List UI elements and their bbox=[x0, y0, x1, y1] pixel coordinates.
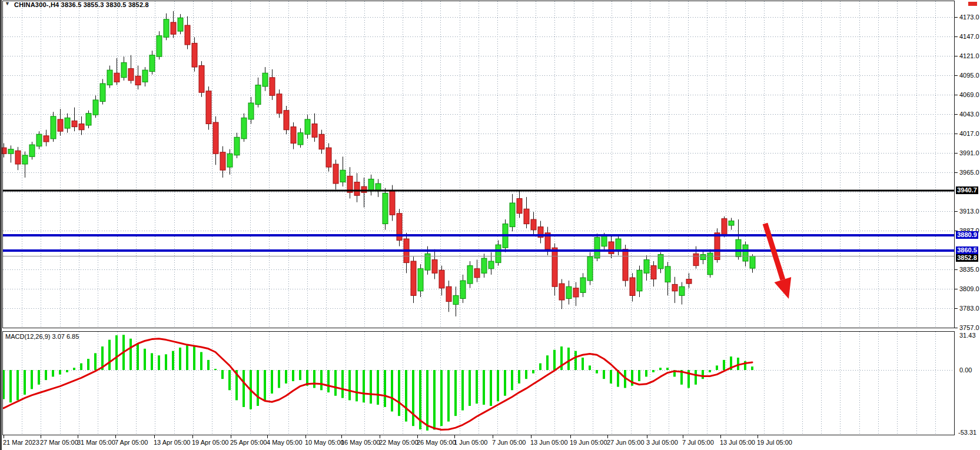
candle bbox=[206, 91, 211, 124]
candle bbox=[510, 203, 515, 227]
price-axis-label: 3913.0 bbox=[959, 208, 979, 215]
macd-hist-bar bbox=[412, 370, 414, 426]
candle bbox=[319, 134, 324, 149]
macd-hist-bar bbox=[144, 349, 146, 370]
time-axis-label: 7 Jul 05:00 bbox=[682, 439, 714, 446]
time-axis-label: 3 Jul 05:00 bbox=[646, 439, 678, 446]
macd-hist-bar bbox=[327, 370, 330, 392]
candle bbox=[157, 36, 162, 56]
macd-hist-bar bbox=[659, 368, 662, 370]
candle bbox=[298, 133, 303, 145]
macd-hist-bar bbox=[348, 370, 351, 400]
candle bbox=[609, 242, 614, 254]
macd-hist-bar bbox=[115, 335, 118, 370]
macd-hist-bar bbox=[695, 370, 697, 385]
macd-hist-bar bbox=[702, 370, 704, 379]
time-axis-label: 25 Apr 05:00 bbox=[230, 439, 267, 446]
candle bbox=[263, 73, 268, 86]
macd-hist-bar bbox=[504, 370, 506, 396]
macd-hist-bar bbox=[532, 370, 534, 374]
candle bbox=[736, 239, 741, 256]
symbol-dropdown-icon[interactable]: ▼ bbox=[5, 1, 10, 6]
macd-hist-bar bbox=[257, 370, 259, 406]
candle bbox=[255, 85, 261, 105]
candle bbox=[496, 245, 501, 263]
candle bbox=[164, 19, 169, 38]
candle bbox=[524, 209, 529, 224]
candle bbox=[481, 258, 487, 273]
candle bbox=[227, 154, 232, 167]
candle bbox=[453, 295, 459, 304]
macd-hist-bar bbox=[313, 370, 315, 388]
macd-hist-bar bbox=[38, 370, 40, 385]
candle bbox=[439, 270, 444, 288]
price-axis-label: 4095.0 bbox=[959, 72, 979, 79]
candle bbox=[390, 191, 395, 215]
macd-hist-bar bbox=[666, 368, 669, 370]
macd-hist-bar bbox=[87, 359, 89, 370]
price-axis-label: 3965.0 bbox=[959, 169, 979, 176]
candle bbox=[566, 286, 572, 298]
macd-hist-bar bbox=[108, 340, 111, 370]
candle bbox=[135, 76, 141, 85]
price-tag: 3852.8 bbox=[956, 254, 978, 262]
candle bbox=[142, 70, 148, 82]
candle bbox=[8, 149, 14, 154]
time-axis-label: 21 Mar 2023 bbox=[3, 439, 39, 446]
macd-axis-min: -53.31 bbox=[958, 429, 976, 436]
candle bbox=[587, 256, 593, 281]
candle bbox=[623, 249, 628, 281]
candle bbox=[86, 114, 91, 125]
macd-hist-bar bbox=[377, 370, 379, 405]
macd-hist-bar bbox=[158, 355, 160, 370]
price-axis-label: 3835.0 bbox=[959, 266, 979, 274]
candle bbox=[432, 260, 437, 274]
candle bbox=[658, 255, 663, 269]
macd-axis-zero: 0.00 bbox=[959, 366, 972, 374]
macd-hist-bar bbox=[299, 370, 301, 380]
macd-hist-bar bbox=[737, 358, 739, 370]
candle bbox=[36, 134, 42, 146]
macd-hist-bar bbox=[476, 370, 478, 404]
macd-hist-bar bbox=[518, 370, 520, 384]
time-axis-label: 4 May 05:00 bbox=[267, 439, 303, 446]
macd-hist-bar bbox=[398, 370, 400, 416]
candle bbox=[418, 269, 423, 291]
candle bbox=[460, 281, 466, 299]
macd-hist-bar bbox=[24, 370, 26, 395]
macd-hist-bar bbox=[645, 370, 647, 376]
candle bbox=[383, 194, 388, 224]
candle bbox=[65, 118, 70, 128]
macd-hist-bar bbox=[546, 355, 549, 370]
macd-hist-bar bbox=[525, 370, 527, 379]
candle bbox=[185, 25, 190, 45]
candle bbox=[44, 136, 49, 142]
time-axis-label: 13 Jun 05:00 bbox=[530, 439, 568, 446]
candle bbox=[743, 245, 748, 261]
macd-hist-bar bbox=[596, 370, 598, 374]
macd-hist-bar bbox=[200, 352, 202, 371]
candle bbox=[326, 148, 331, 167]
macd-hist-bar bbox=[433, 370, 436, 430]
macd-hist-bar bbox=[490, 370, 492, 406]
macd-hist-bar bbox=[94, 353, 97, 370]
macd-hist-bar bbox=[66, 370, 68, 372]
candle bbox=[270, 78, 275, 96]
macd-hist-bar bbox=[723, 360, 725, 370]
price-axis-label: 4043.0 bbox=[959, 111, 979, 118]
candle bbox=[107, 70, 112, 85]
candle bbox=[79, 124, 84, 130]
macd-hist-bar bbox=[356, 370, 358, 401]
macd-hist-bar bbox=[384, 370, 386, 407]
price-axis-label: 4121.0 bbox=[959, 52, 979, 60]
time-axis-label: 31 Mar 05:00 bbox=[77, 439, 115, 446]
candle bbox=[651, 266, 656, 279]
time-axis-label: 19 Jul 05:00 bbox=[757, 439, 792, 446]
chart-window: ▼ CHINA300-,H4 3836.5 3855.3 3830.5 3852… bbox=[0, 0, 980, 450]
candle bbox=[715, 233, 720, 260]
candle bbox=[531, 219, 536, 230]
price-axis-label: 3991.0 bbox=[959, 149, 979, 157]
candle bbox=[602, 236, 607, 246]
candle bbox=[594, 237, 600, 258]
candle bbox=[750, 256, 755, 268]
